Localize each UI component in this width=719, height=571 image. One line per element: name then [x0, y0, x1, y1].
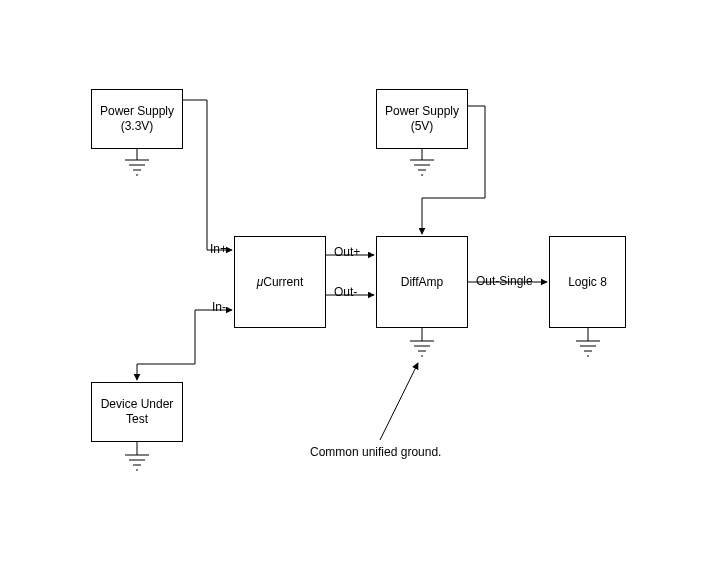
box-dut: Device Under Test [91, 382, 183, 442]
box-ucurrent: μCurrent [234, 236, 326, 328]
label-out-single: Out-Single [476, 274, 533, 288]
box-diffamp: DiffAmp [376, 236, 468, 328]
psu33-line2: (3.3V) [121, 119, 154, 133]
ucurrent-rest: Current [263, 275, 303, 289]
logic8-label: Logic 8 [568, 275, 607, 290]
svg-line-39 [380, 363, 418, 440]
label-out-minus: Out- [334, 285, 357, 299]
box-power-supply-5v: Power Supply (5V) [376, 89, 468, 149]
label-in-plus: In+ [210, 242, 227, 256]
psu33-line1: Power Supply [100, 104, 174, 118]
ground-icon [125, 160, 149, 175]
dut-line2: Test [126, 412, 148, 426]
ground-icon [410, 341, 434, 356]
ground-icon [410, 160, 434, 175]
box-power-supply-3v3: Power Supply (3.3V) [91, 89, 183, 149]
label-common-ground: Common unified ground. [310, 445, 441, 459]
diffamp-label: DiffAmp [401, 275, 443, 290]
psu5-line1: Power Supply [385, 104, 459, 118]
box-logic8: Logic 8 [549, 236, 626, 328]
ground-icon [125, 455, 149, 470]
dut-line1: Device Under [101, 397, 174, 411]
diagram-canvas: Power Supply (3.3V) Power Supply (5V) μC… [0, 0, 719, 571]
ground-icon [576, 341, 600, 356]
psu5-line2: (5V) [411, 119, 434, 133]
label-out-plus: Out+ [334, 245, 360, 259]
label-in-minus: In- [212, 300, 226, 314]
